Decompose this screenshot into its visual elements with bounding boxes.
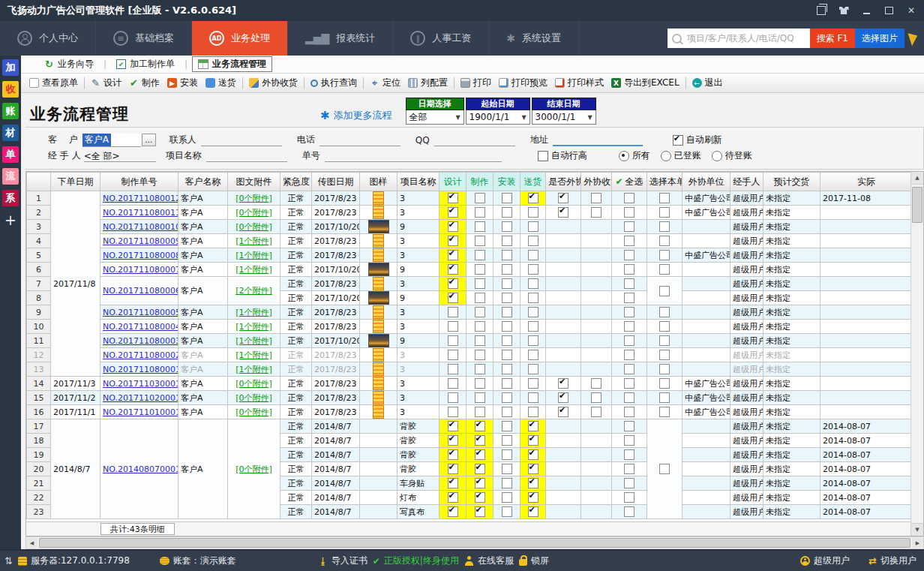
order-link[interactable]: NO.201711020001 bbox=[103, 393, 178, 403]
outsource-checkbox[interactable] bbox=[558, 378, 568, 389]
deliver-checkbox[interactable] bbox=[528, 193, 538, 203]
phone-field[interactable] bbox=[320, 134, 400, 146]
deliver-checkbox[interactable] bbox=[528, 264, 538, 275]
design-checkbox[interactable] bbox=[448, 421, 458, 431]
horn-icon[interactable] bbox=[908, 31, 920, 47]
make-checkbox[interactable] bbox=[475, 407, 485, 417]
deliver-checkbox[interactable] bbox=[528, 307, 538, 317]
select-order-checkbox[interactable] bbox=[659, 364, 670, 374]
pick-image-button[interactable]: 选择图片 bbox=[855, 29, 904, 48]
select-order-checkbox[interactable] bbox=[659, 250, 670, 260]
install-checkbox[interactable] bbox=[502, 335, 512, 346]
select-all-checkbox[interactable] bbox=[624, 407, 634, 417]
handler-field[interactable]: <全 部> bbox=[84, 150, 156, 162]
select-all-checkbox[interactable] bbox=[624, 435, 634, 446]
column-header[interactable]: 外协收货 bbox=[581, 173, 612, 191]
select-all-checkbox[interactable] bbox=[624, 378, 634, 389]
column-header[interactable]: 制作单号 bbox=[100, 173, 178, 191]
select-order-checkbox[interactable] bbox=[659, 335, 670, 346]
design-checkbox[interactable] bbox=[448, 449, 458, 460]
doc-thumbnail[interactable] bbox=[373, 305, 384, 319]
select-order-checkbox[interactable] bbox=[659, 264, 670, 275]
address-field[interactable] bbox=[553, 134, 643, 146]
cols-button[interactable]: 列配置 bbox=[404, 75, 452, 91]
doc-thumbnail[interactable] bbox=[373, 377, 384, 390]
make-checkbox[interactable] bbox=[475, 435, 485, 446]
column-header[interactable]: 客户名称 bbox=[178, 173, 228, 191]
install-checkbox[interactable] bbox=[502, 449, 512, 460]
sidebar-item-6[interactable]: 流 bbox=[2, 168, 19, 185]
install-checkbox[interactable] bbox=[502, 293, 512, 303]
install-checkbox[interactable] bbox=[502, 321, 512, 332]
attachment-link[interactable]: [1个附件] bbox=[236, 350, 272, 360]
select-all-checkbox[interactable] bbox=[624, 335, 634, 346]
nav-item-gear[interactable]: ✱系统设置 bbox=[489, 21, 579, 56]
minimize-button[interactable] bbox=[861, 6, 872, 15]
select-all-checkbox[interactable] bbox=[624, 236, 634, 246]
select-order-checkbox[interactable] bbox=[659, 392, 670, 403]
sidebar-item-2[interactable]: 收 bbox=[2, 81, 19, 98]
sidebar-item-3[interactable]: 账 bbox=[2, 103, 19, 119]
attachment-link[interactable]: [1个附件] bbox=[236, 336, 272, 346]
design-checkbox[interactable] bbox=[448, 207, 458, 218]
print-button[interactable]: 打印 bbox=[457, 75, 495, 91]
select-order-checkbox[interactable] bbox=[659, 236, 670, 246]
make-checkbox[interactable] bbox=[475, 492, 485, 503]
photo-thumbnail[interactable] bbox=[368, 291, 389, 305]
import-cert-button[interactable]: ⭳ 导入证书 bbox=[319, 554, 368, 567]
select-all-checkbox[interactable] bbox=[624, 478, 634, 488]
design-checkbox[interactable] bbox=[448, 350, 458, 360]
auto-rowheight-checkbox[interactable] bbox=[538, 151, 548, 161]
attachment-link[interactable]: [0个附件] bbox=[236, 393, 272, 403]
attachment-link[interactable]: [0个附件] bbox=[236, 407, 272, 417]
add-more-flows-link[interactable]: ✱ 添加更多流程 bbox=[320, 109, 392, 122]
close-button[interactable]: ✕ bbox=[906, 6, 916, 15]
column-header[interactable]: 外协单位 bbox=[682, 173, 730, 191]
select-order-checkbox[interactable] bbox=[659, 193, 670, 203]
make-checkbox[interactable] bbox=[475, 364, 485, 374]
select-order-checkbox[interactable] bbox=[659, 307, 670, 317]
deliver-checkbox[interactable] bbox=[528, 407, 538, 417]
attachment-link[interactable]: [2个附件] bbox=[236, 286, 272, 296]
design-checkbox[interactable] bbox=[448, 492, 458, 503]
order-link[interactable]: NO.201711080002 bbox=[103, 350, 178, 360]
deliver-checkbox[interactable] bbox=[528, 207, 538, 218]
lock-screen-button[interactable]: 锁屏 bbox=[519, 554, 549, 567]
auto-refresh-checkbox[interactable] bbox=[673, 135, 683, 146]
tab-flowgrid[interactable]: 业务流程管理 bbox=[192, 56, 272, 72]
preview-button[interactable]: 打印预览 bbox=[495, 75, 551, 91]
select-all-checkbox[interactable] bbox=[624, 193, 634, 203]
contact-field[interactable] bbox=[201, 134, 282, 146]
column-header[interactable]: 安装 bbox=[494, 173, 520, 191]
install-checkbox[interactable] bbox=[502, 392, 512, 403]
excel-button[interactable]: X导出到EXCEL bbox=[608, 75, 683, 91]
make-checkbox[interactable] bbox=[475, 207, 485, 218]
select-all-checkbox[interactable] bbox=[624, 264, 634, 275]
make-checkbox[interactable] bbox=[475, 293, 485, 303]
deliver-checkbox[interactable] bbox=[528, 464, 538, 474]
make-checkbox[interactable] bbox=[475, 421, 485, 431]
doc-thumbnail[interactable] bbox=[373, 320, 384, 333]
start-date-dropdown[interactable]: 1900/1/1 ▼ bbox=[466, 110, 530, 125]
select-all-checkbox[interactable] bbox=[624, 350, 634, 360]
design-checkbox[interactable] bbox=[448, 250, 458, 260]
design-checkbox[interactable] bbox=[448, 506, 458, 517]
select-all-checkbox[interactable] bbox=[624, 307, 634, 317]
attachment-link[interactable]: [1个附件] bbox=[236, 308, 272, 317]
design-checkbox[interactable] bbox=[448, 335, 458, 346]
outsource-checkbox[interactable] bbox=[558, 392, 568, 403]
install-checkbox[interactable] bbox=[502, 421, 512, 431]
select-all-checkbox[interactable] bbox=[624, 221, 634, 232]
select-order-checkbox[interactable] bbox=[659, 207, 670, 218]
install-checkbox[interactable] bbox=[502, 307, 512, 317]
attachment-link[interactable]: [1个附件] bbox=[236, 322, 272, 332]
order-link[interactable]: NO.201711080009 bbox=[103, 236, 178, 246]
design-checkbox[interactable] bbox=[448, 392, 458, 403]
radio-posted[interactable]: 已登账 bbox=[661, 149, 701, 162]
make-checkbox[interactable] bbox=[475, 392, 485, 403]
query-button[interactable]: 执行查询 bbox=[307, 75, 361, 91]
orderno-field[interactable] bbox=[325, 150, 502, 162]
nav-item-ad-circle[interactable]: AD业务处理 bbox=[192, 21, 288, 56]
install-checkbox[interactable] bbox=[502, 378, 512, 389]
make-checkbox[interactable] bbox=[475, 335, 485, 346]
